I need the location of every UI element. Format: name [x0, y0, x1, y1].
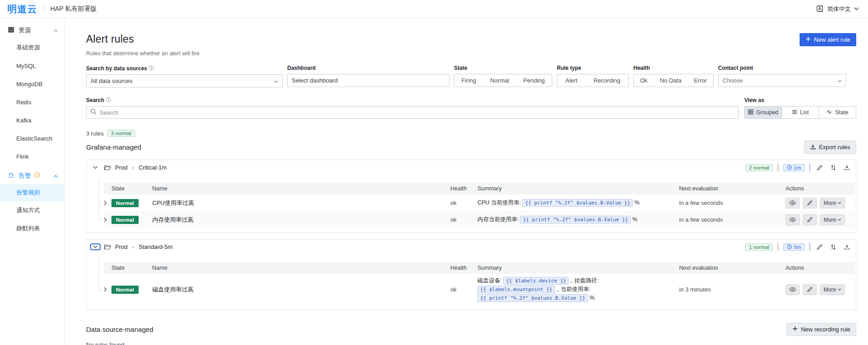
rule-name[interactable]: 内存使用率过高: [152, 216, 450, 224]
row-expand-icon[interactable]: [104, 217, 111, 222]
divider: [778, 164, 778, 171]
rule-name[interactable]: CPU使用率过高: [152, 199, 450, 207]
state-badge: Normal: [111, 286, 139, 294]
contact-point-select[interactable]: Choose: [718, 74, 846, 87]
more-actions-button[interactable]: More: [820, 284, 845, 295]
health-filter-label: Health: [633, 65, 714, 71]
template-chip: {{ $labels.device }}: [503, 277, 569, 285]
info-icon: ⓘ: [149, 65, 154, 72]
search-icon: [90, 108, 96, 117]
group-collapse-button[interactable]: [91, 165, 100, 170]
rules-normal-badge: 3 normal: [107, 130, 135, 137]
plus-icon: [792, 326, 798, 333]
export-group-icon[interactable]: [843, 243, 851, 251]
sidebar-item-silence-list[interactable]: 静默列表: [0, 219, 64, 238]
sidebar-item-notification-methods[interactable]: 通知方式: [0, 201, 64, 219]
group-folder-name[interactable]: Prod: [115, 243, 127, 250]
chevron-down-icon: [838, 288, 841, 291]
edit-rule-button[interactable]: [803, 284, 817, 295]
sidebar-section-alerts[interactable]: 告警: [0, 167, 64, 184]
eye-icon: [789, 217, 796, 222]
edit-rule-button[interactable]: [803, 214, 817, 225]
search-box: [86, 106, 739, 119]
sidebar-item-redis[interactable]: Redis: [0, 93, 64, 111]
row-expand-icon[interactable]: [104, 200, 111, 205]
sidebar-item-flink[interactable]: Flink: [0, 147, 64, 165]
next-evaluation: in 3 minutes: [679, 286, 786, 293]
logo-divider: [43, 5, 44, 13]
group-folder-name[interactable]: Prod: [115, 164, 127, 171]
pencil-icon: [807, 217, 813, 223]
template-chip: {{ $labels.mountpoint }}: [477, 286, 555, 293]
edit-group-icon[interactable]: [815, 164, 824, 172]
health-filter-error[interactable]: Error: [691, 77, 709, 84]
main-content: Alert rules New alert rule Rules that de…: [65, 18, 868, 345]
rule-health: ok: [450, 286, 477, 293]
sidebar-item-kafka[interactable]: Kafka: [0, 111, 64, 129]
reorder-rules-icon[interactable]: [829, 164, 838, 172]
dashboard-select[interactable]: Select dashboard: [287, 74, 449, 87]
health-filter-ok[interactable]: Ok: [637, 77, 651, 84]
alarm-icon: [8, 172, 14, 180]
view-rule-button[interactable]: [786, 198, 800, 209]
eye-icon: [789, 200, 796, 205]
sidebar-item-elasticsearch[interactable]: ElasticSearch: [0, 129, 64, 147]
sidebar-item-alert-rules[interactable]: 告警规则: [0, 184, 64, 201]
sidebar-item-basic-resources[interactable]: 基础资源: [0, 39, 64, 57]
template-chip: {{ printf "%.2f" $values.B.Value }}: [520, 216, 631, 224]
export-group-icon[interactable]: [843, 164, 851, 171]
more-actions-button[interactable]: More: [820, 198, 845, 209]
sidebar: 资源 基础资源 MySQL MongoDB Redis Kafka Elasti…: [0, 18, 65, 345]
view-as-list[interactable]: List: [781, 107, 819, 118]
new-recording-rule-button[interactable]: New recording rule: [786, 323, 856, 336]
pulse-icon: [826, 109, 832, 116]
rule-type-recording[interactable]: Recording: [591, 77, 623, 84]
group-normal-badge: 1 normal: [745, 243, 773, 251]
state-filter-group: Firing Normal Pending: [454, 74, 552, 87]
language-selector[interactable]: 简体中文: [816, 5, 859, 13]
clock-icon: [34, 172, 40, 180]
reorder-rules-icon[interactable]: [829, 243, 838, 251]
chevron-down-icon: [838, 219, 841, 221]
group-interval-badge: 1m: [783, 164, 805, 171]
edit-rule-button[interactable]: [803, 198, 817, 209]
product-name: HAP 私有部署版: [50, 5, 96, 13]
sidebar-item-mysql[interactable]: MySQL: [0, 57, 64, 75]
language-label: 简体中文: [827, 5, 851, 13]
view-rule-button[interactable]: [786, 214, 800, 225]
state-filter-normal[interactable]: Normal: [487, 77, 512, 84]
template-chip: {{ printf "%.2f" $values.B.Value }}: [522, 199, 633, 207]
rule-name[interactable]: 磁盘使用率过高: [152, 286, 450, 294]
state-badge: Normal: [111, 199, 139, 207]
chevron-down-icon: [838, 202, 841, 204]
filter-bar: Search by data sourcesⓘ All data sources…: [86, 65, 856, 87]
more-actions-button[interactable]: More: [820, 214, 845, 225]
rule-health: ok: [450, 199, 477, 206]
data-sources-select[interactable]: All data sources: [86, 74, 283, 87]
search-input[interactable]: [100, 109, 735, 116]
view-as-label: View as: [744, 97, 856, 103]
state-filter-firing[interactable]: Firing: [458, 77, 479, 84]
state-filter-pending[interactable]: Pending: [521, 77, 548, 84]
datasource-managed-heading: Data source-managed: [86, 326, 153, 333]
next-evaluation: in a few seconds: [679, 199, 786, 206]
pencil-icon: [807, 287, 813, 292]
group-collapse-button[interactable]: [91, 244, 100, 249]
edit-group-icon[interactable]: [815, 243, 824, 251]
new-alert-rule-button[interactable]: New alert rule: [800, 33, 856, 46]
view-as-grouped[interactable]: Grouped: [745, 107, 781, 118]
next-evaluation: in a few seconds: [679, 216, 786, 223]
chevron-down-icon: [838, 77, 842, 84]
export-rules-button[interactable]: Export rules: [804, 141, 856, 154]
health-filter-nodata[interactable]: No Data: [657, 77, 685, 84]
chevron-down-icon: [854, 7, 859, 10]
row-expand-icon[interactable]: [104, 287, 111, 292]
rule-summary: CPU 当前使用率: {{ printf "%.2f" $values.B.Va…: [477, 199, 679, 207]
group-name: Critical-1m: [139, 164, 167, 171]
sidebar-item-mongodb[interactable]: MongoDB: [0, 75, 64, 93]
view-as-state[interactable]: State: [819, 107, 856, 118]
translate-icon: [816, 5, 824, 13]
rule-type-alert[interactable]: Alert: [563, 77, 580, 84]
sidebar-section-resources[interactable]: 资源: [0, 22, 64, 39]
view-rule-button[interactable]: [786, 284, 800, 295]
